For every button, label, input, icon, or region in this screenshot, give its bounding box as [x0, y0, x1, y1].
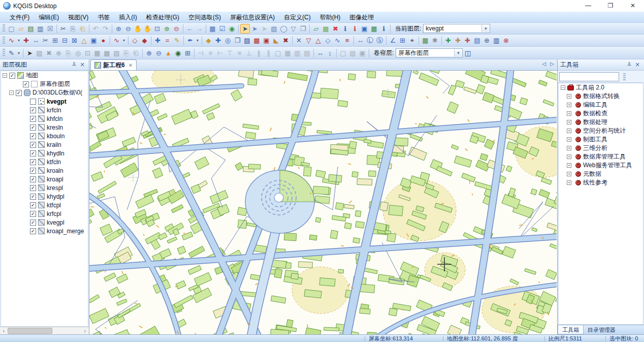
grid-reference[interactable]: ⊞	[183, 48, 192, 58]
tree-item-layer-khydpl[interactable]: ✓khydpl	[1, 192, 88, 201]
menu-item-6[interactable]: 空间选取(S)	[184, 12, 226, 23]
full-extent[interactable]: ▦	[208, 24, 217, 34]
layer-checkbox[interactable]: ✓	[30, 150, 36, 157]
north-arrow[interactable]: ▲	[164, 48, 173, 58]
menu-item-7[interactable]: 屏蔽信息设置(A)	[226, 12, 279, 23]
snap[interactable]: ✚	[153, 36, 163, 45]
order[interactable]: ▤	[302, 48, 312, 58]
layout-zoom-in[interactable]: ⊕	[144, 48, 154, 58]
layer-checkbox[interactable]: ✓	[30, 220, 36, 226]
toolbox-group-1[interactable]: +编辑工具	[559, 101, 643, 109]
expander-icon[interactable]: +	[567, 163, 571, 168]
toolbox-search-input[interactable]	[559, 72, 619, 81]
attribute-table[interactable]: ▦	[369, 24, 379, 34]
undo[interactable]: ↶	[91, 24, 101, 34]
tab-close-icon[interactable]: ✕	[128, 63, 133, 68]
pan[interactable]: ✋	[133, 24, 143, 34]
layer-checkbox[interactable]: ✓	[30, 125, 36, 131]
minimize-button[interactable]: —	[577, 0, 599, 12]
zoom-window[interactable]: ⊡	[152, 24, 162, 34]
draw-line[interactable]: ∿	[7, 36, 16, 45]
expander-icon[interactable]: −	[561, 85, 565, 90]
menu-item-9[interactable]: 帮助(H)	[315, 12, 345, 23]
tree-item-layer-krfcln[interactable]: ✓krfcln	[1, 106, 88, 114]
current-layer-select-arrow[interactable]: ▼	[481, 25, 489, 32]
tree-item-layer-ktfcpl[interactable]: ✓ktfcpl	[1, 201, 88, 209]
expander-icon[interactable]: +	[567, 154, 571, 159]
map-document-tab[interactable]: 新工程6 ✕	[90, 59, 137, 70]
swipe-tool[interactable]: ◫	[463, 48, 472, 58]
edit-region[interactable]: ▱	[311, 24, 321, 34]
select-tool[interactable]: ➤	[240, 24, 250, 34]
ungroup[interactable]: ▥	[293, 48, 302, 58]
menu-item-3[interactable]: 书签	[93, 12, 114, 23]
scroll-left-icon[interactable]: ‹	[0, 327, 8, 335]
scroll-thumb[interactable]	[8, 328, 52, 334]
toolbox-group-8[interactable]: +Web服务管理工具	[559, 161, 643, 170]
node-delete[interactable]: ⊟	[60, 36, 70, 45]
menu-item-5[interactable]: 检查处理(G)	[142, 12, 184, 23]
edit-annotation[interactable]: ▧	[35, 48, 44, 58]
page-copy[interactable]: ⎘	[63, 48, 73, 58]
simplify[interactable]: △	[313, 36, 323, 45]
tree-item-layer-krespl[interactable]: ✓krespl	[1, 183, 88, 192]
select-by-window[interactable]: ❐	[298, 24, 308, 34]
import-database[interactable]: ▤	[26, 24, 36, 34]
paste[interactable]: ⎗	[78, 24, 87, 34]
tree-item-layer-khydln[interactable]: ✓khydln	[1, 149, 88, 158]
save-edits[interactable]: ▥	[492, 36, 501, 45]
layers-horizontal-scrollbar[interactable]: ‹ ›	[0, 327, 89, 334]
frame-fit[interactable]: ▣	[358, 48, 367, 58]
pin-icon[interactable]: ╨	[625, 62, 633, 68]
zoom-out[interactable]: ⊖	[123, 24, 133, 34]
map-canvas[interactable]	[89, 71, 557, 334]
zoom-in[interactable]: ⊕	[114, 24, 123, 34]
layer-checkbox[interactable]: ✓	[23, 81, 29, 87]
scale-annotation[interactable]: ⊡	[83, 48, 92, 58]
layout-zoom-out[interactable]: ⊖	[154, 48, 164, 58]
menu-item-2[interactable]: 视图(V)	[63, 12, 93, 23]
find[interactable]: ⌖	[407, 36, 417, 45]
close-document[interactable]: ☒	[45, 24, 55, 34]
annotation-style-dropdown[interactable]: ▾	[16, 48, 21, 58]
tree-item-layer-kresln[interactable]: ✓kresln	[1, 123, 88, 132]
expander-icon[interactable]: −	[3, 73, 7, 78]
expander-icon[interactable]: +	[567, 129, 571, 133]
tree-item-layer-krailn[interactable]: ✓krailn	[1, 140, 88, 149]
refresh-map[interactable]: ◉	[227, 24, 237, 34]
layer-checkbox[interactable]: ✓	[30, 116, 36, 122]
panel-tab-1[interactable]: 目录管理器	[584, 325, 620, 334]
toolbar-grip[interactable]	[3, 49, 5, 57]
align-center[interactable]: ≡	[206, 48, 215, 58]
align-bottom[interactable]: ⊥	[244, 48, 254, 58]
toolbar-grip[interactable]	[3, 37, 5, 45]
arc-trace[interactable]: ∿	[333, 36, 342, 45]
zoom-selected[interactable]: ⊕	[482, 36, 492, 45]
tree-item-layer-kbouln[interactable]: ✓kbouln	[1, 132, 88, 140]
deselect[interactable]: ➤	[260, 24, 269, 34]
distribute-v[interactable]: ∥	[264, 48, 273, 58]
layer-checkbox[interactable]	[30, 99, 36, 105]
align-right[interactable]: ⊢	[215, 48, 225, 58]
fixed-zoom-in[interactable]: ⊕	[162, 24, 172, 34]
toolbox-group-5[interactable]: +制图工具	[559, 135, 643, 144]
offset[interactable]: ◆	[204, 36, 213, 45]
new-file[interactable]: ▢	[7, 24, 16, 34]
same-width[interactable]: ↔	[315, 48, 325, 58]
next-view[interactable]: →	[195, 24, 204, 34]
layer-checkbox[interactable]: ✓	[30, 194, 36, 200]
node-edit[interactable]: ⊠	[70, 36, 79, 45]
layer-checkbox[interactable]: ✓	[16, 90, 22, 96]
feature-count[interactable]: ℹ	[379, 24, 389, 34]
intersect[interactable]: ▣	[262, 36, 271, 45]
angle-tool[interactable]: △	[79, 36, 89, 45]
current-layer-select[interactable]: kvegpt▼	[423, 24, 490, 33]
frame-select[interactable]: ▢	[338, 48, 348, 58]
rotate-annotation[interactable]: ◎	[73, 48, 83, 58]
tree-root-map[interactable]: −✓地图	[1, 71, 88, 80]
toolbox-group-0[interactable]: +数据格式转换	[559, 92, 643, 101]
sketch-pen[interactable]: ✒	[185, 36, 195, 45]
erase[interactable]: ◣	[271, 36, 281, 45]
layer-checkbox[interactable]: ✓	[30, 159, 36, 165]
tile-grid[interactable]: ▩	[102, 48, 112, 58]
